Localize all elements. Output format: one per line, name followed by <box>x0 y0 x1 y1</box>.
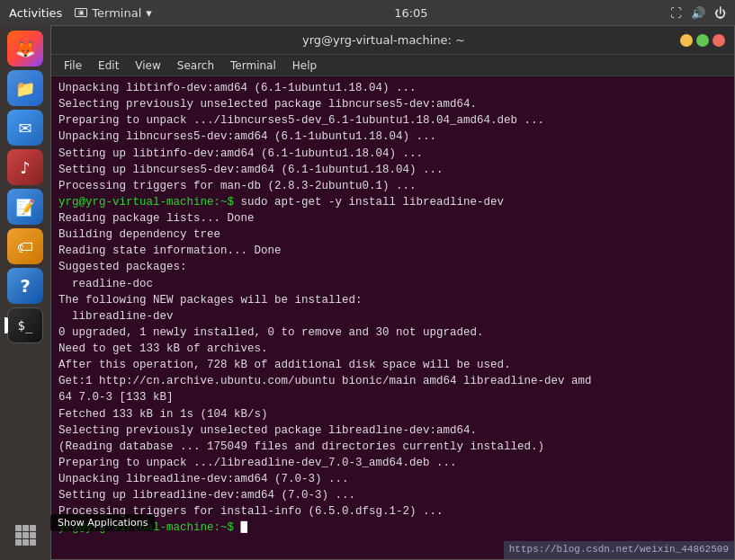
main-layout: 🦊 📁 ✉ ♪ 📝 🏷 ? $_ <box>0 25 735 560</box>
show-applications-tooltip: Show Applications <box>50 514 155 531</box>
menu-file[interactable]: File <box>57 58 89 74</box>
dock-item-files[interactable]: 📁 <box>7 70 43 106</box>
grid-icon <box>13 522 38 547</box>
terminal-title-bar: yrg@yrg-virtual-machine: ~ <box>51 26 734 55</box>
system-bar-right: ⛶ 🔊 ⏻ <box>670 6 726 20</box>
terminal-window-title: yrg@yrg-virtual-machine: ~ <box>87 33 680 47</box>
activities-button[interactable]: Activities <box>9 6 62 20</box>
terminal-tab-label: Terminal <box>92 6 141 20</box>
dock-item-software[interactable]: 🏷 <box>7 228 43 264</box>
power-icon[interactable]: ⏻ <box>714 6 726 20</box>
system-bar: Activities ▣ Terminal ▾ 16:05 ⛶ 🔊 ⏻ <box>0 0 735 25</box>
terminal-window: yrg@yrg-virtual-machine: ~ File Edit Vie… <box>50 25 735 560</box>
maximize-button[interactable] <box>696 34 709 47</box>
system-bar-time: 16:05 <box>394 6 427 20</box>
docs-icon: 📝 <box>15 198 35 217</box>
dock-item-firefox[interactable]: 🦊 <box>7 31 43 67</box>
menu-edit[interactable]: Edit <box>91 58 126 74</box>
svg-rect-7 <box>22 539 29 546</box>
dock-item-mail[interactable]: ✉ <box>7 110 43 146</box>
terminal-tab-icon: ▣ <box>75 8 87 17</box>
files-icon: 📁 <box>15 79 35 98</box>
network-icon[interactable]: ⛶ <box>670 6 682 20</box>
svg-rect-3 <box>15 532 22 538</box>
terminal-tab[interactable]: ▣ Terminal ▾ <box>75 6 151 20</box>
minimize-button[interactable] <box>680 34 693 47</box>
system-bar-left: Activities ▣ Terminal ▾ <box>9 6 152 20</box>
window-controls <box>680 34 725 47</box>
terminal-dock-icon: $_ <box>18 318 33 333</box>
svg-rect-0 <box>15 525 22 531</box>
terminal-content[interactable]: Unpacking libtinfo-dev:amd64 (6.1-1ubunt… <box>51 76 734 559</box>
dock-item-rhythmbox[interactable]: ♪ <box>7 149 43 185</box>
url-bar: https://blog.csdn.net/weixin_44862509 <box>504 541 734 559</box>
svg-rect-5 <box>30 532 36 538</box>
dock: 🦊 📁 ✉ ♪ 📝 🏷 ? $_ <box>0 25 50 560</box>
software-icon: 🏷 <box>17 237 33 256</box>
dock-active-indicator <box>4 317 8 333</box>
svg-rect-8 <box>30 539 36 546</box>
menu-view[interactable]: View <box>128 58 167 74</box>
close-button[interactable] <box>713 34 725 47</box>
dock-item-docs[interactable]: 📝 <box>7 189 43 225</box>
rhythmbox-icon: ♪ <box>20 158 31 177</box>
dock-item-show-apps[interactable] <box>7 517 43 553</box>
terminal-menu: File Edit View Search Terminal Help <box>51 55 734 76</box>
menu-search[interactable]: Search <box>170 58 221 74</box>
help-icon: ? <box>20 275 31 297</box>
volume-icon[interactable]: 🔊 <box>691 6 705 20</box>
dock-item-help[interactable]: ? <box>7 268 43 304</box>
svg-rect-6 <box>15 539 22 546</box>
firefox-icon: 🦊 <box>15 40 35 58</box>
terminal-tab-arrow: ▾ <box>146 6 152 20</box>
menu-help[interactable]: Help <box>285 58 324 74</box>
menu-terminal[interactable]: Terminal <box>223 58 283 74</box>
svg-rect-4 <box>22 532 29 538</box>
mail-icon: ✉ <box>18 119 31 138</box>
svg-rect-1 <box>22 525 29 531</box>
dock-item-terminal[interactable]: $_ <box>7 307 43 343</box>
dock-bottom <box>7 517 43 553</box>
svg-rect-2 <box>30 525 36 531</box>
